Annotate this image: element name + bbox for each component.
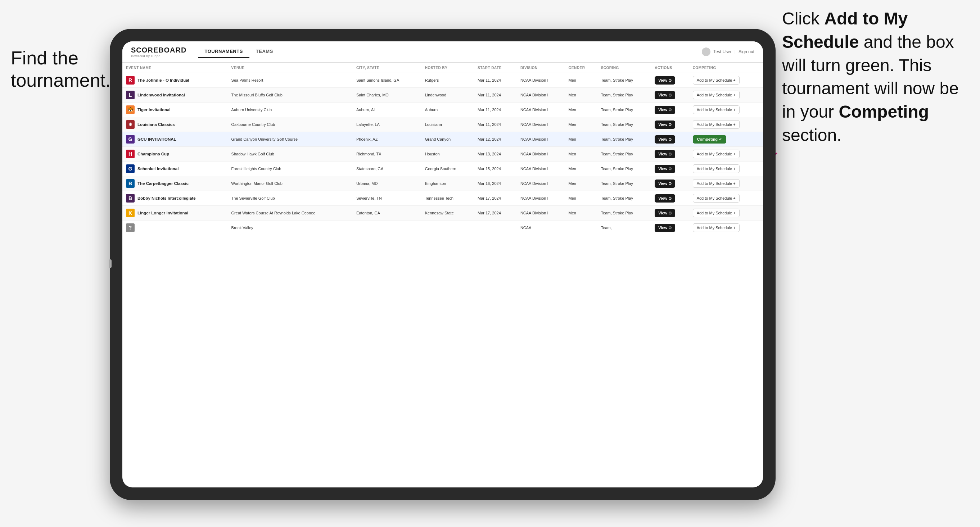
view-button[interactable]: View ⊙ [655, 194, 675, 203]
actions-cell: View ⊙ [651, 88, 689, 103]
competing-cell: Add to My Schedule + [689, 147, 763, 162]
actions-cell: View ⊙ [651, 117, 689, 132]
start-date-cell: Mar 17, 2024 [474, 206, 517, 221]
view-button[interactable]: View ⊙ [655, 150, 675, 158]
actions-cell: View ⊙ [651, 103, 689, 117]
scoring-cell: Team, Stroke Play [597, 206, 651, 221]
add-schedule-button[interactable]: Add to My Schedule + [693, 76, 740, 84]
hosted-by-cell: Rutgers [422, 73, 474, 88]
venue-cell: Auburn University Club [228, 103, 353, 117]
gender-cell: Men [565, 88, 597, 103]
hosted-by-cell: Houston [422, 147, 474, 162]
venue-cell: The Sevierville Golf Club [228, 191, 353, 206]
team-logo: 🐯 [126, 105, 135, 114]
tab-tournaments[interactable]: TOURNAMENTS [198, 46, 249, 58]
city-state-cell: Saint Charles, MO [353, 88, 422, 103]
add-schedule-button[interactable]: Add to My Schedule + [693, 90, 740, 99]
competing-cell: Competing ✓ [689, 132, 763, 147]
hosted-by-cell: Kennesaw State [422, 206, 474, 221]
view-button[interactable]: View ⊙ [655, 121, 675, 129]
start-date-cell: Mar 17, 2024 [474, 191, 517, 206]
start-date-cell: Mar 12, 2024 [474, 132, 517, 147]
venue-cell: Sea Palms Resort [228, 73, 353, 88]
venue-cell: Worthington Manor Golf Club [228, 176, 353, 191]
venue-cell: The Missouri Bluffs Golf Club [228, 88, 353, 103]
logo-title: SCOREBOARD [131, 46, 186, 54]
add-schedule-button[interactable]: Add to My Schedule + [693, 150, 740, 158]
start-date-cell: Mar 16, 2024 [474, 176, 517, 191]
view-button[interactable]: View ⊙ [655, 91, 675, 99]
competing-cell: Add to My Schedule + [689, 191, 763, 206]
tab-teams[interactable]: TEAMS [250, 46, 280, 58]
team-logo: K [126, 209, 135, 217]
add-schedule-button[interactable]: Add to My Schedule + [693, 164, 740, 173]
venue-cell: Great Waters Course At Reynolds Lake Oco… [228, 206, 353, 221]
competing-cell: Add to My Schedule + [689, 103, 763, 117]
event-name-cell: L Lindenwood Invitational [123, 88, 228, 103]
event-name-text: The Carpetbagger Classic [137, 181, 189, 186]
scoring-cell: Team, Stroke Play [597, 103, 651, 117]
col-event-name: EVENT NAME [123, 63, 228, 73]
table-row: G Schenkel Invitational Forest Heights C… [123, 162, 763, 176]
team-logo: B [126, 194, 135, 203]
add-schedule-button[interactable]: Add to My Schedule + [693, 194, 740, 203]
hosted-by-cell: Grand Canyon [422, 132, 474, 147]
add-schedule-button[interactable]: Add to My Schedule + [693, 120, 740, 129]
competing-cell: Add to My Schedule + [689, 176, 763, 191]
event-name-text: Linger Longer Invitational [137, 211, 188, 215]
gender-cell: Men [565, 206, 597, 221]
sign-out-link[interactable]: Sign out [738, 49, 754, 54]
city-state-cell: Richmond, TX [353, 147, 422, 162]
col-start-date: START DATE [474, 63, 517, 73]
start-date-cell: Mar 11, 2024 [474, 73, 517, 88]
division-cell: NCAA Division I [517, 103, 565, 117]
gender-cell: Men [565, 132, 597, 147]
city-state-cell: Eatonton, GA [353, 206, 422, 221]
event-name-text: GCU INVITATIONAL [137, 137, 177, 141]
competing-cell: Add to My Schedule + [689, 117, 763, 132]
view-button[interactable]: View ⊙ [655, 135, 675, 143]
team-logo: ⚜ [126, 120, 135, 129]
app-header: SCOREBOARD Powered by clippd TOURNAMENTS… [123, 41, 763, 63]
add-schedule-button[interactable]: Add to My Schedule + [693, 209, 740, 217]
scoring-cell: Team, Stroke Play [597, 191, 651, 206]
gender-cell: Men [565, 176, 597, 191]
table-container[interactable]: EVENT NAME VENUE CITY, STATE HOSTED BY S… [123, 63, 763, 487]
event-name-cell: ⚜ Louisiana Classics [123, 117, 228, 132]
view-button[interactable]: View ⊙ [655, 106, 675, 114]
division-cell: NCAA Division I [517, 117, 565, 132]
col-venue: VENUE [228, 63, 353, 73]
gender-cell: Men [565, 103, 597, 117]
view-button[interactable]: View ⊙ [655, 224, 675, 232]
sidebar-tab[interactable] [109, 259, 111, 268]
division-cell: NCAA Division I [517, 147, 565, 162]
competing-button[interactable]: Competing ✓ [693, 135, 727, 143]
view-button[interactable]: View ⊙ [655, 165, 675, 173]
city-state-cell [353, 221, 422, 235]
scoring-cell: Team, Stroke Play [597, 162, 651, 176]
add-schedule-button[interactable]: Add to My Schedule + [693, 105, 740, 114]
add-schedule-button[interactable]: Add to My Schedule + [693, 179, 740, 188]
col-scoring: SCORING [597, 63, 651, 73]
event-name-cell: G GCU INVITATIONAL [123, 132, 228, 147]
view-button[interactable]: View ⊙ [655, 209, 675, 217]
start-date-cell: Mar 15, 2024 [474, 162, 517, 176]
hosted-by-cell: Lindenwood [422, 88, 474, 103]
actions-cell: View ⊙ [651, 132, 689, 147]
table-row: K Linger Longer Invitational Great Water… [123, 206, 763, 221]
actions-cell: View ⊙ [651, 73, 689, 88]
competing-cell: Add to My Schedule + [689, 221, 763, 235]
scoring-cell: Team, [597, 221, 651, 235]
view-button[interactable]: View ⊙ [655, 76, 675, 84]
competing-cell: Add to My Schedule + [689, 88, 763, 103]
col-city-state: CITY, STATE [353, 63, 422, 73]
view-button[interactable]: View ⊙ [655, 179, 675, 188]
col-gender: GENDER [565, 63, 597, 73]
scoring-cell: Team, Stroke Play [597, 73, 651, 88]
scoring-cell: Team, Stroke Play [597, 117, 651, 132]
gender-cell [565, 221, 597, 235]
add-schedule-button[interactable]: Add to My Schedule + [693, 224, 740, 232]
header-right: Test User | Sign out [702, 48, 754, 56]
table-row: B The Carpetbagger Classic Worthington M… [123, 176, 763, 191]
team-logo: H [126, 150, 135, 158]
